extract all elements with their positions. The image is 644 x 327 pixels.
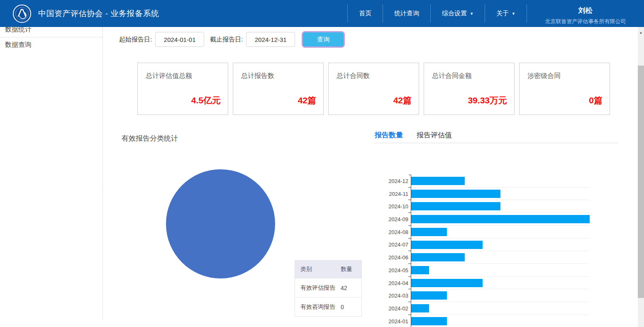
stat-card-total-reports: 总计报告数 42篇 [233,63,324,115]
bar-row: 2024-05 [376,264,590,277]
nav-item-关于[interactable]: 关于▼ [485,0,527,27]
scroll-up-arrow-icon[interactable]: ▲ [638,27,644,38]
bar-row: 2024-08 [376,226,590,239]
bar-track [411,251,590,264]
bar-track [411,277,590,290]
bar [411,304,429,312]
tab-report-count[interactable]: 报告数量 [375,130,403,140]
bar-track [411,188,590,200]
association-logo-icon [12,4,32,23]
nav-item-综合设置[interactable]: 综合设置▼ [431,0,485,27]
chevron-down-icon: ▼ [470,12,473,16]
bar [411,266,429,274]
category-label: 2024-06 [376,254,411,261]
bar-track [411,200,590,213]
stat-card-total-valuation: 总计评估值总额 4.5亿元 [137,63,228,115]
bar [411,241,483,249]
col-header-category: 类别 [295,266,341,273]
bar-track [411,213,590,226]
tabs-divider [375,143,618,143]
bar [411,177,465,185]
stat-value: 39.33万元 [468,95,507,106]
sidebar-item-data-query[interactable]: 数据查询 [0,37,102,49]
row-label: 有效评估报告 [295,284,341,292]
user-company: 北京联首资产评估事务所有限公司 [527,18,644,25]
sidebar-item-data-statistics[interactable]: 数据统计 [0,27,102,37]
bar-row: 2024-12 [376,175,590,188]
col-header-count: 数量 [341,266,361,273]
bar-row: 2024-11 [376,188,590,200]
category-label: 2024-08 [376,229,411,235]
bar-row: 2024-09 [376,213,590,226]
bar-track [411,175,590,188]
category-label: 2024-01 [376,318,411,325]
category-label: 2024-12 [376,178,411,184]
app-header: 中国资产评估协会 - 业务报备系统 首页统计查询综合设置▼关于▼ 刘松 北京联首… [0,0,644,27]
category-label: 2024-09 [376,216,411,222]
end-date-input[interactable] [246,32,295,47]
bar-track [411,289,590,302]
row-label: 有效咨询报告 [295,303,341,311]
stat-card-total-contracts: 总计合同数 42篇 [328,63,419,115]
bar-row: 2024-10 [376,200,590,213]
bar-track [411,264,590,277]
bar [411,202,500,210]
sidebar: 数据统计 数据查询 [0,27,103,320]
stat-card-classified-contracts: 涉密级合同 0篇 [519,63,610,115]
bar-track [411,226,590,239]
stat-value: 42篇 [393,95,412,106]
stat-title: 涉密级合同 [527,72,561,81]
category-label: 2024-05 [376,267,411,273]
scrollbar-thumb[interactable] [638,66,644,298]
table-row: 有效咨询报告 0 [295,297,361,316]
category-label: 2024-10 [376,203,411,210]
category-label: 2024-04 [376,280,411,286]
bar [411,253,465,261]
user-block[interactable]: 刘松 北京联首资产评估事务所有限公司 [527,2,644,25]
stat-title: 总计合同金额 [432,72,472,81]
bar [411,190,500,198]
bar [411,291,447,300]
category-label: 2024-03 [376,293,411,299]
row-count: 42 [341,285,361,291]
tab-report-valuation[interactable]: 报告评估值 [417,130,452,140]
bar-row: 2024-04 [376,277,590,290]
stat-cards-row: 总计评估值总额 4.5亿元 总计报告数 42篇 总计合同数 42篇 总计合同金额… [137,63,610,115]
stat-title: 总计报告数 [241,72,274,81]
row-count: 0 [341,304,361,310]
bar [411,279,483,287]
search-button[interactable]: 查询 [302,31,345,48]
bar-row: 2024-01 [376,315,590,327]
pie-chart-title: 有效报告分类统计 [122,134,178,143]
start-date-input[interactable] [155,32,204,47]
stat-value: 0篇 [589,95,603,106]
bar-track [411,315,590,327]
category-label: 2024-07 [376,242,411,248]
category-label: 2024-02 [376,305,411,312]
bar-row: 2024-03 [376,289,590,302]
app-title: 中国资产评估协会 - 业务报备系统 [38,8,159,19]
bar [411,317,447,325]
table-header-row: 类别 数量 [295,261,361,278]
stat-value: 42篇 [298,95,316,106]
vertical-scrollbar[interactable]: ▲ [638,27,644,327]
pie-chart-slice [166,169,275,278]
stat-title: 总计合同数 [337,72,370,81]
report-count-bar-chart: 2024-122024-112024-102024-092024-082024-… [376,175,590,327]
bar-row: 2024-07 [376,239,590,251]
chevron-down-icon: ▼ [512,12,515,16]
end-date-label: 截止报告日: [210,36,243,44]
bar-row: 2024-06 [376,251,590,264]
user-name: 刘松 [527,6,644,15]
query-bar: 起始报告日: 截止报告日: 查询 [119,31,345,48]
pie-legend-table: 类别 数量 有效评估报告 42 有效咨询报告 0 [295,260,362,317]
chart-tabs: 报告数量 报告评估值 [375,130,452,140]
bar-track [411,239,590,251]
stat-card-contract-amount: 总计合同金额 39.33万元 [424,63,515,115]
y-axis-line [411,175,411,327]
stat-value: 4.5亿元 [191,95,221,106]
nav-item-首页[interactable]: 首页 [348,0,383,27]
nav-item-统计查询[interactable]: 统计查询 [383,0,430,27]
stat-title: 总计评估值总额 [146,72,192,81]
bar-track [411,302,590,315]
